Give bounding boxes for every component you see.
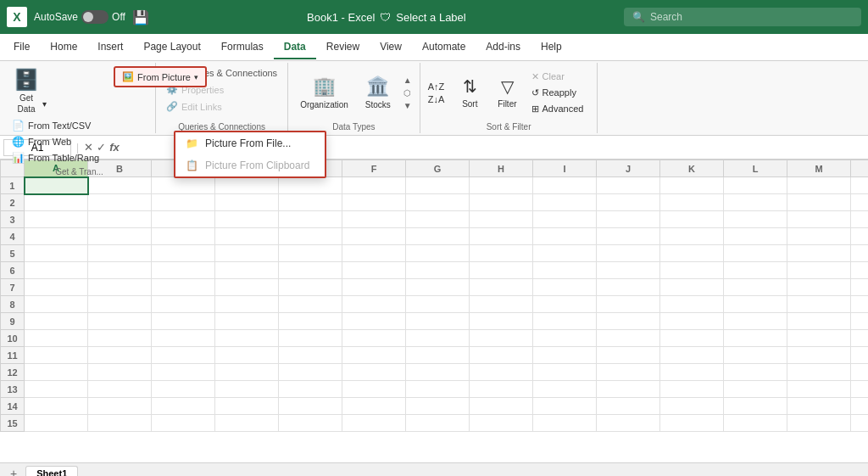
cell-B5[interactable] [88, 245, 152, 262]
row-header-13[interactable]: 13 [1, 381, 25, 398]
tab-automate[interactable]: Automate [412, 36, 476, 59]
cell-G10[interactable] [406, 330, 470, 347]
cell-H9[interactable] [470, 313, 533, 330]
row-header-2[interactable]: 2 [1, 194, 25, 211]
cell-D15[interactable] [215, 415, 279, 432]
cell-B1[interactable] [88, 177, 152, 194]
cell-H8[interactable] [470, 296, 533, 313]
cell-E5[interactable] [279, 245, 342, 262]
cell-K12[interactable] [660, 364, 724, 381]
cell-N13[interactable] [851, 381, 869, 398]
cell-C15[interactable] [152, 415, 215, 432]
cell-E11[interactable] [279, 347, 342, 364]
sort-az-button[interactable]: A↑Z [426, 81, 448, 92]
clear-button[interactable]: ✕ Clear [528, 70, 587, 84]
cell-L5[interactable] [724, 245, 787, 262]
cell-I1[interactable] [533, 177, 597, 194]
cell-N6[interactable] [851, 262, 869, 279]
cell-E15[interactable] [279, 415, 342, 432]
cell-G1[interactable] [406, 177, 470, 194]
cell-A1[interactable] [25, 177, 88, 194]
cell-M15[interactable] [787, 415, 851, 432]
cell-E10[interactable] [279, 330, 342, 347]
stocks-button[interactable]: 🏛️ Stocks [356, 67, 400, 118]
cell-I12[interactable] [533, 364, 597, 381]
cell-J1[interactable] [597, 177, 660, 194]
cell-I7[interactable] [533, 279, 597, 296]
cell-K14[interactable] [660, 398, 724, 415]
cell-M2[interactable] [787, 194, 851, 211]
row-header-5[interactable]: 5 [1, 245, 25, 262]
cell-M6[interactable] [787, 262, 851, 279]
row-header-7[interactable]: 7 [1, 279, 25, 296]
cell-G15[interactable] [406, 415, 470, 432]
cell-B12[interactable] [88, 364, 152, 381]
cell-F1[interactable] [342, 177, 406, 194]
cell-L7[interactable] [724, 279, 787, 296]
row-header-1[interactable]: 1 [1, 177, 25, 194]
cell-K3[interactable] [660, 211, 724, 228]
cell-A8[interactable] [25, 296, 88, 313]
tab-data[interactable]: Data [274, 36, 316, 59]
cell-G3[interactable] [406, 211, 470, 228]
cell-K2[interactable] [660, 194, 724, 211]
cell-M7[interactable] [787, 279, 851, 296]
cell-K8[interactable] [660, 296, 724, 313]
cell-K4[interactable] [660, 228, 724, 245]
cell-N8[interactable] [851, 296, 869, 313]
cell-F7[interactable] [342, 279, 406, 296]
autosave-toggle[interactable] [81, 10, 108, 24]
cell-H14[interactable] [470, 398, 533, 415]
cell-E7[interactable] [279, 279, 342, 296]
cell-A9[interactable] [25, 313, 88, 330]
cell-I5[interactable] [533, 245, 597, 262]
tab-view[interactable]: View [370, 36, 412, 59]
cell-G13[interactable] [406, 381, 470, 398]
cell-C5[interactable] [152, 245, 215, 262]
col-header-h[interactable]: H [470, 160, 533, 177]
cell-J14[interactable] [597, 398, 660, 415]
edit-links-button[interactable]: 🔗 Edit Links [161, 98, 227, 115]
col-header-n[interactable]: N [851, 160, 869, 177]
cell-I11[interactable] [533, 347, 597, 364]
add-sheet-button[interactable]: + [3, 465, 24, 477]
scroll-down-button[interactable]: ▼ [401, 100, 415, 111]
cell-N3[interactable] [851, 211, 869, 228]
label-text[interactable]: Select a Label [396, 11, 465, 24]
cell-G2[interactable] [406, 194, 470, 211]
cell-I3[interactable] [533, 211, 597, 228]
from-web-button[interactable]: 🌐 From Web [8, 134, 150, 149]
cell-N10[interactable] [851, 330, 869, 347]
cell-J8[interactable] [597, 296, 660, 313]
cell-J4[interactable] [597, 228, 660, 245]
cell-D10[interactable] [215, 330, 279, 347]
cell-G4[interactable] [406, 228, 470, 245]
cell-B14[interactable] [88, 398, 152, 415]
row-header-3[interactable]: 3 [1, 211, 25, 228]
col-header-k[interactable]: K [660, 160, 724, 177]
cell-I13[interactable] [533, 381, 597, 398]
cell-H3[interactable] [470, 211, 533, 228]
cell-H12[interactable] [470, 364, 533, 381]
cell-A11[interactable] [25, 347, 88, 364]
cell-H4[interactable] [470, 228, 533, 245]
cell-N2[interactable] [851, 194, 869, 211]
cell-J6[interactable] [597, 262, 660, 279]
cell-D3[interactable] [215, 211, 279, 228]
cell-D1[interactable] [215, 177, 279, 194]
col-header-i[interactable]: I [533, 160, 597, 177]
cell-F6[interactable] [342, 262, 406, 279]
row-header-10[interactable]: 10 [1, 330, 25, 347]
col-header-f[interactable]: F [342, 160, 406, 177]
tab-review[interactable]: Review [316, 36, 370, 59]
cell-D9[interactable] [215, 313, 279, 330]
cell-L13[interactable] [724, 381, 787, 398]
tab-add-ins[interactable]: Add-ins [476, 36, 531, 59]
cell-D13[interactable] [215, 381, 279, 398]
cell-M13[interactable] [787, 381, 851, 398]
cell-D12[interactable] [215, 364, 279, 381]
row-header-15[interactable]: 15 [1, 415, 25, 432]
cell-L14[interactable] [724, 398, 787, 415]
cell-E13[interactable] [279, 381, 342, 398]
cell-E2[interactable] [279, 194, 342, 211]
